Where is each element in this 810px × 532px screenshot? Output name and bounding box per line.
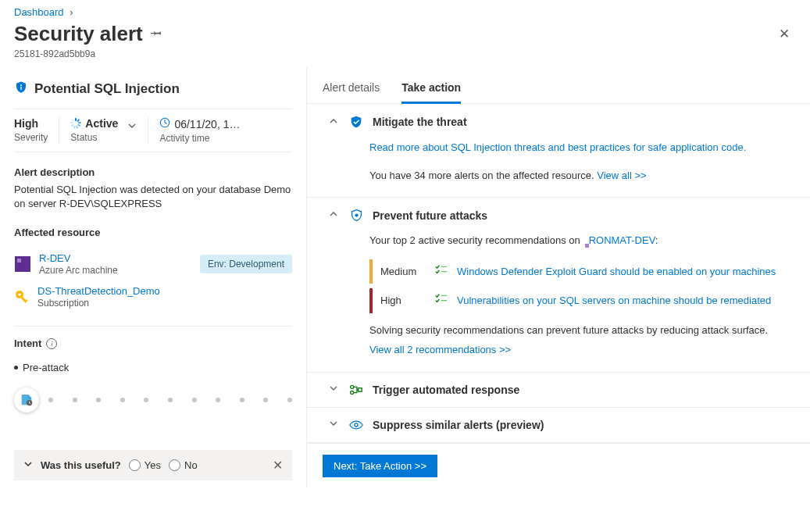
status-value: Active (85, 117, 118, 130)
checklist-icon (435, 293, 448, 309)
kill-chain-node-icon (14, 387, 39, 412)
svg-point-16 (355, 423, 358, 426)
chevron-down-icon (329, 384, 340, 395)
svg-point-14 (351, 391, 354, 394)
spinner-icon (70, 118, 81, 129)
svg-point-4 (18, 294, 21, 297)
chevron-down-icon[interactable] (23, 459, 33, 471)
more-alerts-text: You have 34 more alerts on the affected … (369, 170, 597, 181)
alert-name: Potential SQL Injection (34, 81, 180, 97)
prevent-title: Prevent future attacks (373, 209, 487, 222)
affected-resource-row: R-DEV Azure Arc machine Env: Development (14, 252, 292, 276)
eye-icon (349, 420, 363, 430)
sql-injection-docs-link[interactable]: Read more about SQL Injection threats an… (369, 141, 746, 153)
tab-alert-details[interactable]: Alert details (323, 72, 380, 104)
accordion-trigger-header[interactable]: Trigger automated response (307, 373, 810, 407)
description-heading: Alert description (14, 166, 292, 178)
close-icon[interactable]: ✕ (773, 20, 796, 48)
shield-icon (349, 209, 363, 222)
dismiss-icon[interactable]: ✕ (273, 458, 283, 473)
alert-id: 25181-892ad5bb9a (0, 48, 810, 67)
feedback-question: Was this useful? (41, 459, 121, 471)
pin-icon[interactable] (151, 27, 162, 41)
kill-chain (14, 387, 292, 412)
status-label: Status (70, 132, 118, 143)
view-all-recs-link[interactable]: View all 2 recommendations >> (369, 344, 511, 355)
prevent-resource-link[interactable]: RONMAT-DEV (589, 234, 655, 246)
mitigate-title: Mitigate the threat (373, 116, 467, 128)
trigger-title: Trigger automated response (373, 384, 519, 396)
chevron-down-icon (329, 419, 340, 430)
accordion-mitigate-header[interactable]: Mitigate the threat (307, 104, 810, 140)
intent-stage: Pre-attack (14, 362, 292, 373)
view-all-alerts-link[interactable]: View all >> (597, 170, 646, 181)
vm-icon (14, 255, 31, 273)
activity-label: Activity time (159, 133, 240, 144)
next-take-action-button[interactable]: Next: Take Action >> (323, 455, 437, 477)
feedback-yes[interactable]: Yes (129, 459, 161, 471)
clock-icon (159, 117, 170, 130)
key-icon (14, 289, 30, 305)
status-chevron-down-icon[interactable] (127, 121, 137, 133)
svg-point-8 (355, 213, 358, 216)
recommendation-link[interactable]: Windows Defender Exploit Guard should be… (457, 264, 776, 280)
affected-heading: Affected resource (14, 227, 292, 238)
affected-resource-row: DS-ThreatDetection_Demo Subscription (14, 285, 292, 309)
environment-badge: Env: Development (200, 255, 292, 273)
accordion-suppress-header[interactable]: Suppress similar alerts (preview) (307, 408, 810, 442)
feedback-bar: Was this useful? Yes No ✕ (14, 450, 292, 480)
affected-resource-type: Azure Arc machine (39, 265, 118, 276)
chevron-up-icon (329, 209, 340, 221)
affected-subscription-type: Subscription (37, 298, 160, 309)
shield-check-icon (349, 115, 363, 129)
affected-subscription-link[interactable]: DS-ThreatDetection_Demo (37, 285, 160, 297)
recommendation-row: Medium Windows Defender Exploit Guard sh… (369, 259, 794, 284)
rec-severity: Medium (380, 264, 426, 280)
rec-severity: High (380, 293, 426, 309)
severity-value: High (14, 117, 48, 130)
accordion-prevent-header[interactable]: Prevent future attacks (307, 198, 810, 233)
svg-point-13 (351, 385, 354, 388)
chevron-right-icon: › (70, 6, 73, 18)
workflow-icon (349, 384, 363, 396)
svg-point-0 (20, 84, 22, 86)
affected-resource-link[interactable]: R-DEV (39, 252, 118, 264)
intent-heading: Intent (14, 337, 41, 349)
recommendation-link[interactable]: Vulnerabilities on your SQL servers on m… (457, 293, 771, 309)
feedback-no[interactable]: No (169, 459, 198, 471)
tab-take-action[interactable]: Take action (401, 72, 461, 104)
activity-value: 06/11/20, 1… (174, 118, 240, 130)
breadcrumb-dashboard-link[interactable]: Dashboard (14, 6, 64, 18)
recommendation-row: High Vulnerabilities on your SQL servers… (369, 288, 794, 313)
breadcrumb: Dashboard › (0, 0, 810, 20)
severity-label: Severity (14, 132, 48, 143)
prevent-intro: Your top 2 active security recommendatio… (369, 234, 583, 246)
chevron-up-icon (329, 116, 340, 128)
svg-rect-1 (20, 87, 21, 91)
page-title: Security alert (14, 22, 143, 46)
info-icon[interactable]: i (46, 338, 57, 349)
prevent-note: Solving security recommendations can pre… (369, 323, 794, 338)
shield-warning-icon (14, 80, 28, 98)
alert-stats: High Severity Active Status (14, 109, 292, 152)
suppress-title: Suppress similar alerts (preview) (373, 419, 544, 431)
checklist-icon (435, 264, 448, 280)
svg-rect-15 (359, 387, 362, 391)
description-text: Potential SQL Injection was detected on … (14, 183, 292, 211)
